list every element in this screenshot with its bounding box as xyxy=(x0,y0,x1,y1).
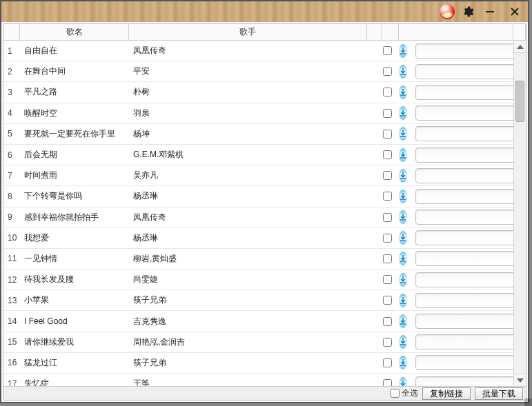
table-row: 1自由自在凤凰传奇 xyxy=(3,41,526,61)
download-button[interactable] xyxy=(399,294,407,307)
row-song: 小苹果 xyxy=(20,294,129,306)
row-index: 2 xyxy=(3,67,20,77)
scroll-thumb[interactable] xyxy=(515,81,524,122)
row-index: 4 xyxy=(3,108,20,118)
row-artist: 朴树 xyxy=(129,86,380,98)
row-input[interactable] xyxy=(415,293,522,308)
row-index: 14 xyxy=(3,316,20,326)
row-input[interactable] xyxy=(415,148,522,163)
download-button[interactable] xyxy=(399,377,407,386)
row-song: 待我长发及腰 xyxy=(20,274,129,285)
download-button[interactable] xyxy=(399,85,407,99)
row-checkbox[interactable] xyxy=(383,46,392,55)
download-button[interactable] xyxy=(399,190,407,203)
row-checkbox[interactable] xyxy=(383,234,392,243)
row-input[interactable] xyxy=(415,376,522,386)
row-index: 12 xyxy=(3,275,20,285)
row-input[interactable] xyxy=(415,64,522,79)
row-input[interactable] xyxy=(415,355,522,370)
row-song: 下个转弯是你吗 xyxy=(20,190,129,202)
row-input[interactable] xyxy=(415,272,522,287)
copy-link-button[interactable]: 复制链接 xyxy=(422,387,471,400)
table-row: 2在舞台中间平安 xyxy=(3,61,526,82)
row-song: 感到幸福你就拍拍手 xyxy=(20,212,129,223)
download-arrow-icon xyxy=(400,68,406,75)
row-checkbox[interactable] xyxy=(383,275,392,284)
row-input[interactable] xyxy=(415,251,522,266)
scroll-down-button[interactable] xyxy=(514,374,526,386)
row-input[interactable] xyxy=(415,189,522,204)
download-button[interactable] xyxy=(399,44,407,58)
download-arrow-icon xyxy=(400,48,406,54)
download-button[interactable] xyxy=(399,273,407,287)
table-row: 15请你继续爱我周艳泓,金润吉 xyxy=(3,332,526,353)
download-button[interactable] xyxy=(399,127,407,141)
download-arrow-icon xyxy=(400,214,406,221)
row-checkbox[interactable] xyxy=(383,88,392,97)
row-checkbox[interactable] xyxy=(383,317,392,326)
header-artist[interactable]: 歌手 xyxy=(129,24,367,40)
content-area: 歌名 歌手 1自由自在凤凰传奇2在舞台中间平安3平凡之路朴树4唤醒时空羽泉5要死… xyxy=(3,23,526,400)
row-checkbox[interactable] xyxy=(383,192,392,201)
table-row: 13小苹果筷子兄弟 xyxy=(3,290,526,311)
scroll-up-button[interactable] xyxy=(514,41,526,53)
row-checkbox[interactable] xyxy=(383,171,392,180)
row-input[interactable] xyxy=(415,105,522,121)
shadow-corner xyxy=(524,398,532,406)
scroll-track[interactable] xyxy=(514,53,526,374)
row-input[interactable] xyxy=(415,210,522,225)
row-checkbox[interactable] xyxy=(383,338,392,347)
table-row: 14I Feel Good吉克隽逸 xyxy=(3,311,526,332)
row-input[interactable] xyxy=(415,334,522,349)
download-arrow-icon xyxy=(400,359,406,366)
row-input[interactable] xyxy=(415,314,522,329)
header-song[interactable]: 歌名 xyxy=(20,24,129,40)
download-button[interactable] xyxy=(399,231,407,245)
close-button[interactable] xyxy=(506,5,524,19)
row-index: 7 xyxy=(3,171,20,181)
download-button[interactable] xyxy=(399,65,407,79)
avatar[interactable] xyxy=(440,4,455,19)
download-button[interactable] xyxy=(399,356,407,369)
download-button[interactable] xyxy=(399,106,407,120)
row-checkbox[interactable] xyxy=(383,150,392,159)
app-window: 歌名 歌手 1自由自在凤凰传奇2在舞台中间平安3平凡之路朴树4唤醒时空羽泉5要死… xyxy=(0,0,529,403)
download-button[interactable] xyxy=(399,335,407,349)
table-row: 10我想爱杨丞琳 xyxy=(3,228,526,249)
download-arrow-icon xyxy=(400,297,406,304)
row-artist: 吉克隽逸 xyxy=(129,316,380,327)
vertical-scrollbar[interactable] xyxy=(513,41,526,386)
row-input[interactable] xyxy=(415,85,522,100)
download-button[interactable] xyxy=(399,148,407,162)
row-checkbox[interactable] xyxy=(383,130,392,139)
select-all-checkbox[interactable]: 全选 xyxy=(391,387,418,399)
row-checkbox[interactable] xyxy=(383,358,392,367)
table-row: 6后会无期G.E.M.邓紫棋 xyxy=(3,145,526,165)
minimize-button[interactable] xyxy=(481,5,499,19)
row-checkbox[interactable] xyxy=(383,67,392,76)
footer-bar: 全选 复制链接 批量下载 xyxy=(3,386,526,400)
download-button[interactable] xyxy=(399,314,407,328)
row-input[interactable] xyxy=(415,230,522,245)
row-checkbox[interactable] xyxy=(383,296,392,305)
row-checkbox[interactable] xyxy=(383,379,392,386)
select-all-input[interactable] xyxy=(391,389,400,398)
row-song: 唤醒时空 xyxy=(20,108,129,119)
gear-icon[interactable] xyxy=(462,6,474,18)
download-button[interactable] xyxy=(399,252,407,265)
row-checkbox[interactable] xyxy=(383,254,392,263)
table-row: 3平凡之路朴树 xyxy=(3,82,526,103)
titlebar xyxy=(1,1,528,22)
row-song: 自由自在 xyxy=(20,45,129,57)
download-button[interactable] xyxy=(399,169,407,183)
row-song: 在舞台中间 xyxy=(20,65,129,77)
row-input[interactable] xyxy=(415,168,522,183)
row-artist: 杨坤 xyxy=(129,128,380,140)
row-input[interactable] xyxy=(415,126,522,141)
row-checkbox[interactable] xyxy=(383,213,392,222)
download-button[interactable] xyxy=(399,210,407,224)
row-song: 要死就一定要死在你手里 xyxy=(20,128,129,140)
batch-download-button[interactable]: 批量下载 xyxy=(475,387,523,400)
row-input[interactable] xyxy=(415,43,522,59)
row-checkbox[interactable] xyxy=(383,109,392,118)
